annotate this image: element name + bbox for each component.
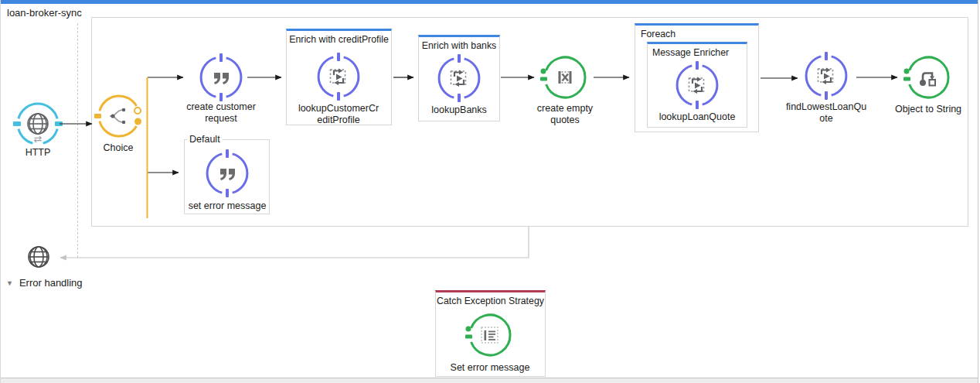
choice-node[interactable]	[94, 91, 144, 144]
collapse-triangle-icon: ▼	[6, 279, 13, 287]
processor-ring	[196, 53, 246, 102]
node-label: create empty quotes	[507, 103, 623, 126]
set-payload-icon	[214, 73, 229, 84]
processor-ring	[314, 52, 363, 101]
set-payload-icon	[220, 169, 235, 180]
flow-ref-node-lookup-banks[interactable]	[434, 53, 484, 106]
scope-title: Enrich with creditProfile	[287, 31, 391, 45]
node-label: Set error message	[432, 362, 548, 374]
exchange-icon: ⇄	[34, 133, 43, 145]
set-payload-node-create-customer-request[interactable]	[196, 53, 246, 105]
scope-title: Default	[187, 134, 223, 145]
expression-ring	[540, 53, 590, 102]
catch-ring	[465, 310, 515, 360]
flow-ref-icon	[451, 70, 466, 87]
message-document-icon	[481, 327, 498, 343]
flow-ref-node-lookup-credit-profile[interactable]	[314, 52, 363, 104]
object-to-string-icon	[920, 74, 935, 87]
flow-ref-node-lookup-loan-quote[interactable]	[672, 60, 722, 113]
error-handling-toggle[interactable]: ▼ Error handling	[6, 277, 83, 289]
globe-icon	[25, 243, 53, 271]
response-endpoint-node[interactable]	[25, 243, 53, 274]
source-response-dashed-line	[77, 23, 78, 258]
choice-ring	[94, 91, 144, 141]
processor-ring	[672, 60, 722, 110]
globe-icon	[28, 114, 48, 134]
processor-ring	[434, 53, 484, 103]
flow-ref-node-find-lowest-loan-quote[interactable]	[801, 51, 851, 104]
scope-title: Foreach	[635, 26, 758, 39]
scope-title: Enrich with banks	[419, 37, 499, 51]
node-label: create customer request	[163, 101, 279, 125]
expression-x-icon	[559, 71, 572, 84]
set-payload-node-set-error-message[interactable]	[202, 149, 252, 201]
node-label: Object to String	[870, 104, 980, 115]
node-label: lookupBanks	[401, 104, 517, 116]
error-handling-label: Error handling	[19, 277, 83, 289]
set-payload-node-catch-set-error-message[interactable]	[465, 310, 515, 363]
flow-canvas: loan-broker-sync Enrich with creditProfi…	[0, 0, 978, 383]
response-connector	[60, 227, 529, 258]
expression-node-create-empty-quotes[interactable]	[540, 53, 590, 105]
editor-tab-highlight	[1, 0, 978, 4]
horizontal-scrollbar-track[interactable]	[1, 378, 978, 383]
scope-title: Message Enricher	[648, 44, 747, 58]
node-label: lookupLoanQuote	[639, 111, 755, 123]
node-label: findLowestLoanQu ote	[768, 101, 884, 125]
flow-title: loan-broker-sync	[7, 7, 82, 19]
choice-icon	[110, 108, 125, 125]
node-label: set error message	[169, 200, 285, 212]
flow-ref-icon	[689, 77, 704, 94]
node-label: lookupCustomerCr editProfile	[281, 103, 396, 126]
flow-ref-icon	[331, 69, 345, 86]
transformer-node-object-to-string[interactable]	[903, 53, 953, 105]
transformer-ring	[903, 53, 953, 102]
node-label: Choice	[60, 142, 176, 154]
processor-ring	[801, 51, 851, 101]
flow-ref-icon	[818, 68, 833, 85]
processor-ring	[202, 149, 252, 198]
scope-title: Catch Exception Strategy	[436, 292, 545, 306]
